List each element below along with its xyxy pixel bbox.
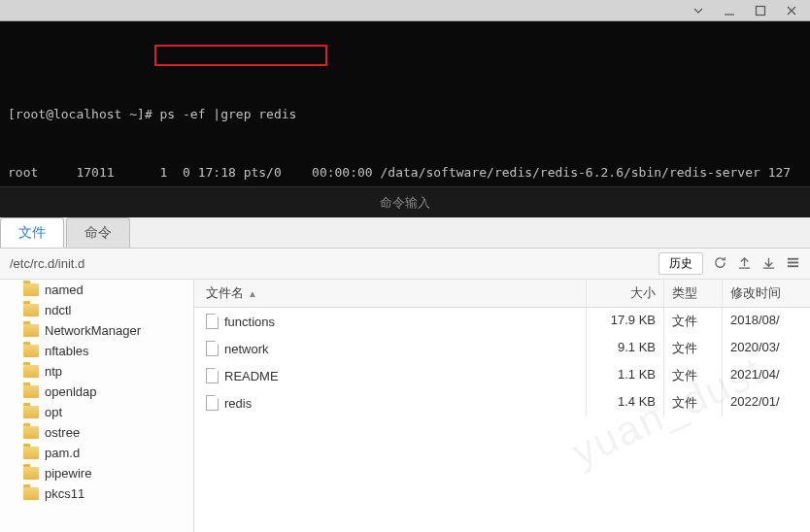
folder-icon [23,283,39,296]
tree-item[interactable]: named [0,280,193,300]
svg-rect-3 [788,261,798,263]
tab-command[interactable]: 命令 [66,217,130,248]
highlight-annotation [154,45,327,66]
upload-icon[interactable] [737,255,752,273]
tree-item[interactable]: ntp [0,361,193,382]
file-area: named ndctl NetworkManager nftables ntp … [0,280,810,532]
refresh-icon[interactable] [713,255,727,273]
terminal-line: root 17011 1 0 17:18 pts/0 00:00:00 /dat… [8,163,802,183]
tree-item[interactable]: pipewire [0,463,193,483]
folder-icon [23,324,39,337]
folder-icon [23,385,39,398]
terminal-output[interactable]: [root@localhost ~]# ps -ef |grep redis r… [0,21,810,186]
svg-rect-2 [788,257,798,259]
chevron-down-icon[interactable] [692,4,705,17]
file-icon [206,395,219,411]
list-item[interactable]: network 9.1 KB 文件 2020/03/ [194,335,810,362]
list-item[interactable]: redis 1.4 KB 文件 2022/01/ [194,389,810,416]
tree-item[interactable]: ndctl [0,300,193,320]
column-name[interactable]: 文件名▲ [194,280,587,307]
close-icon[interactable] [785,4,798,17]
folder-icon [23,447,39,459]
column-type[interactable]: 类型 [664,280,723,307]
settings-icon[interactable] [786,255,800,273]
current-path: /etc/rc.d/init.d [10,256,84,271]
minimize-icon[interactable] [723,4,736,17]
svg-rect-4 [788,265,798,267]
tree-item[interactable]: opt [0,402,193,422]
folder-icon [23,304,39,316]
sort-asc-icon: ▲ [248,288,257,299]
tree-item[interactable]: pam.d [0,443,193,463]
tree-item[interactable]: nftables [0,341,193,361]
file-icon [206,314,219,329]
path-bar: /etc/rc.d/init.d 历史 [0,249,810,280]
folder-icon [23,406,39,418]
list-item[interactable]: README 1.1 KB 文件 2021/04/ [194,362,810,389]
command-input-placeholder: 命令输入 [380,195,430,210]
folder-icon [23,365,39,378]
file-icon [206,341,219,356]
tabs-bar: 文件 命令 [0,217,810,249]
list-header: 文件名▲ 大小 类型 修改时间 [194,280,810,308]
tree-item[interactable]: pkcs11 [0,483,193,504]
file-list: 文件名▲ 大小 类型 修改时间 functions 17.9 KB 文件 201… [194,280,810,532]
folder-tree[interactable]: named ndctl NetworkManager nftables ntp … [0,280,194,532]
command-input[interactable]: 命令输入 [0,186,810,217]
folder-icon [23,345,39,357]
folder-icon [23,467,39,480]
column-date[interactable]: 修改时间 [723,280,810,307]
file-icon [206,368,219,383]
path-actions: 历史 [658,252,800,275]
svg-rect-1 [757,6,765,15]
tree-item[interactable]: openldap [0,382,193,402]
folder-icon [23,426,39,439]
terminal-line: [root@localhost ~]# ps -ef |grep redis [8,105,802,124]
history-button[interactable]: 历史 [658,252,703,275]
tab-file[interactable]: 文件 [0,217,64,248]
folder-icon [23,487,39,500]
list-item[interactable]: functions 17.9 KB 文件 2018/08/ [194,308,810,335]
tree-item[interactable]: ostree [0,422,193,443]
maximize-icon[interactable] [754,4,767,17]
column-size[interactable]: 大小 [587,280,664,307]
download-icon[interactable] [761,255,776,273]
tree-item[interactable]: NetworkManager [0,320,193,341]
window-controls [0,0,810,21]
